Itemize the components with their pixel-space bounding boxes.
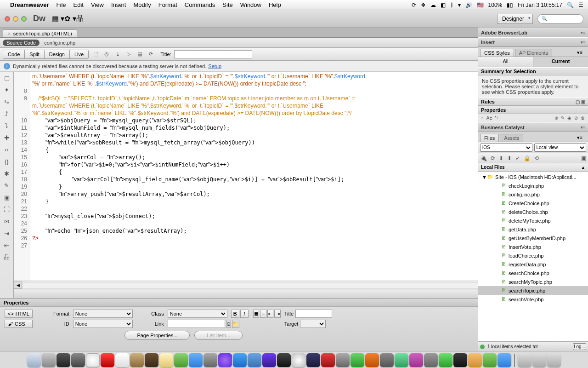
dock-app1[interactable] [145, 353, 158, 367]
business-catalyst-header[interactable]: Business Catalyst▾≡ [478, 122, 588, 132]
tree-file[interactable]: 🖹getData.php [478, 225, 588, 234]
bluetooth-icon[interactable]: ᛒ [450, 2, 453, 8]
dock-app11[interactable] [453, 353, 467, 367]
workspace-switcher[interactable]: Designer [497, 14, 533, 24]
layout-icon[interactable]: ▦ ▾ [52, 14, 64, 23]
dock-appstore[interactable] [101, 353, 114, 367]
menu-insert[interactable]: Insert [111, 1, 126, 8]
browse-folder-icon[interactable]: 📁 [232, 320, 239, 328]
title-input[interactable] [174, 50, 252, 58]
evernote-icon[interactable]: ❖ [421, 2, 426, 8]
line-numbers-icon[interactable]: ✚ [3, 133, 11, 142]
get-files-icon[interactable]: ⬇ [499, 155, 503, 161]
tab-close-icon[interactable]: × [8, 31, 11, 36]
view-code[interactable]: Code [3, 50, 25, 58]
window-close-button[interactable] [5, 16, 10, 22]
delete-rule-icon[interactable]: 🗑 [581, 115, 585, 121]
disable-rule-icon[interactable]: ⊘ [574, 115, 578, 121]
server-debug-icon[interactable]: ▷ [124, 50, 133, 58]
notifications-icon[interactable]: ☰ [578, 2, 583, 8]
show-set-icon[interactable]: *+ [495, 115, 499, 121]
file-tree[interactable]: ▼ 📁 Site - iOS (Macintosh HD:Applicati..… [478, 172, 588, 305]
dock-numbers[interactable] [174, 353, 188, 367]
flag-icon[interactable]: 🇺🇸 [477, 2, 484, 8]
tree-file[interactable]: 🖹loadChoice.php [478, 251, 588, 260]
clock[interactable]: Fri Jan 3 10:55:17 [518, 2, 562, 8]
css-current-button[interactable]: Current [533, 57, 588, 67]
css-styles-tab[interactable]: CSS Styles [480, 49, 514, 57]
app-icon[interactable]: ◧ [441, 2, 446, 8]
highlight-invalid-icon[interactable]: ‹› [3, 145, 11, 154]
dock-notes[interactable] [159, 353, 173, 367]
dock-trash[interactable] [547, 353, 561, 367]
dock-terminal[interactable] [277, 353, 291, 367]
tree-file[interactable]: 🖹checkLogin.php [478, 181, 588, 190]
show-list-icon[interactable]: Aᴢ [486, 115, 492, 121]
menu-commands[interactable]: Commands [185, 1, 215, 8]
open-documents-icon[interactable]: ▢ [3, 74, 11, 82]
tree-file[interactable]: 🖹InsertVote.php [478, 242, 588, 251]
live-view-icon[interactable]: ◎ [102, 50, 111, 58]
dock-itunes[interactable] [218, 353, 232, 367]
format-source-icon[interactable]: 品 [3, 253, 11, 261]
link-input[interactable] [168, 320, 225, 328]
tree-file[interactable]: 🖹searchMyTopic.php [478, 277, 588, 286]
dropbox-icon[interactable]: ☁ [430, 2, 436, 8]
dock-teamviewer[interactable] [498, 353, 511, 367]
view-select[interactable]: Local view [534, 144, 587, 152]
dock-calendar[interactable] [115, 353, 129, 367]
inspect-icon[interactable]: ⤓ [113, 50, 122, 58]
remove-comment-icon[interactable]: ✎ [3, 181, 11, 190]
menu-site[interactable]: Site [222, 1, 232, 8]
dock-safari[interactable] [204, 353, 217, 367]
tree-file[interactable]: 🖹searchTopic.php [478, 286, 588, 295]
dock-appstore2[interactable] [233, 353, 247, 367]
attach-stylesheet-icon[interactable]: ⊕ [554, 115, 558, 121]
page-properties-button[interactable]: Page Properties... [124, 331, 190, 340]
menu-modify[interactable]: Modify [133, 1, 151, 8]
dock-app4[interactable] [306, 353, 320, 367]
site-select[interactable]: iOS [480, 144, 532, 152]
dock-messages[interactable] [189, 353, 203, 367]
source-code-chip[interactable]: Source Code [3, 40, 40, 46]
class-select[interactable]: None [168, 310, 227, 318]
refresh-icon[interactable]: ⟳ [147, 50, 155, 58]
dock-syspref[interactable] [71, 353, 85, 367]
connect-icon[interactable]: 🔌 [480, 155, 487, 161]
app-menu[interactable]: Dreamweaver [10, 1, 49, 8]
document-tab[interactable]: × searchTopic.php (XHTML) [3, 29, 77, 37]
edit-rule-icon[interactable]: ◉ [567, 115, 571, 121]
recent-snippets-icon[interactable]: ⛶ [3, 205, 11, 213]
dock-chrome[interactable] [86, 353, 100, 367]
id-select[interactable]: None [73, 320, 133, 328]
dock-docs[interactable] [532, 353, 546, 367]
dock-downloads[interactable] [518, 353, 531, 367]
browserlab-panel-header[interactable]: Adobe BrowserLab▾≡ [478, 28, 588, 37]
point-to-file-icon[interactable]: ⊙ [226, 320, 231, 328]
expand-all-icon[interactable]: ⇆ [3, 98, 11, 106]
title-field-input[interactable] [295, 310, 332, 318]
tree-file[interactable]: 🖹registerData.php [478, 260, 588, 269]
spotlight-icon[interactable]: 🔍 [567, 2, 574, 8]
sync-files-icon[interactable]: ⟲ [534, 155, 539, 161]
insert-panel-header[interactable]: Insert▾≡ [478, 37, 588, 47]
new-rule-icon[interactable]: ✎ [561, 115, 565, 121]
tree-file[interactable]: 🖹deleteMyTopic.php [478, 216, 588, 225]
site-icon[interactable]: 品 [76, 14, 84, 23]
properties-css-button[interactable]: 🖌 CSS [5, 320, 33, 328]
move-css-icon[interactable]: ✉ [3, 217, 11, 225]
balance-braces-icon[interactable]: ⤵ [3, 121, 11, 130]
dock-launchpad[interactable] [42, 353, 56, 367]
dock-app6[interactable] [380, 353, 394, 367]
indent-button[interactable]: ⇥ [274, 310, 281, 318]
tree-file[interactable]: 🖹CreateChoice.php [478, 199, 588, 207]
dock-filezilla[interactable] [321, 353, 335, 367]
expand-files-icon[interactable]: ▣ [581, 155, 586, 161]
dock-vlc[interactable] [365, 353, 379, 367]
related-file-config[interactable]: config.inc.php [44, 40, 75, 46]
menu-file[interactable]: File [57, 1, 66, 8]
dock-app10[interactable] [468, 353, 482, 367]
sync-icon[interactable]: ⟳ [412, 2, 416, 8]
view-split[interactable]: Split [25, 50, 44, 58]
dock-line[interactable] [439, 353, 452, 367]
